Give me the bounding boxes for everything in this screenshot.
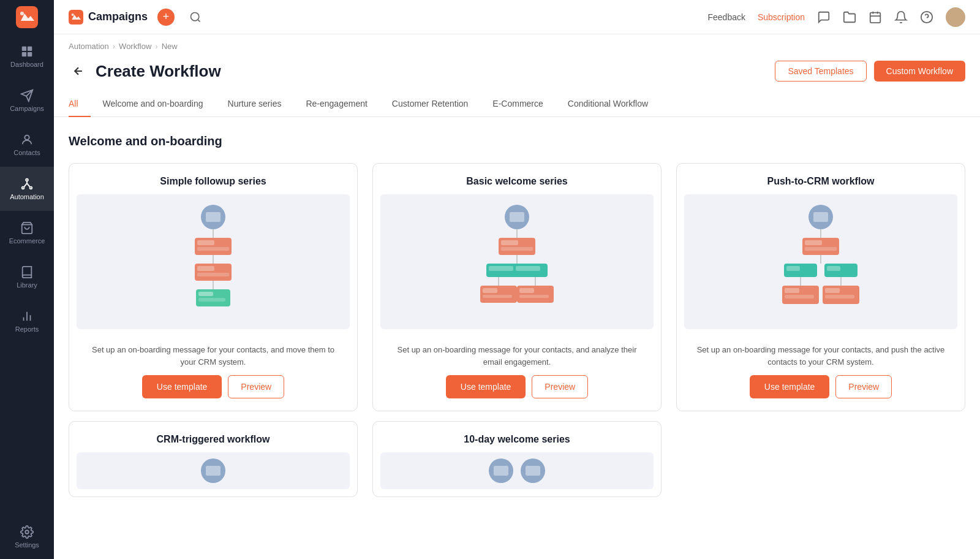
svg-point-13 [72, 13, 74, 16]
preview-button-1[interactable]: Preview [228, 375, 284, 398]
svg-rect-5 [28, 52, 32, 56]
subscription-link[interactable]: Subscription [758, 12, 805, 22]
card-diagram-3 [684, 194, 957, 329]
preview-button-2[interactable]: Preview [532, 375, 588, 398]
svg-rect-15 [870, 12, 881, 22]
folder-icon[interactable] [843, 10, 856, 24]
svg-rect-43 [489, 266, 513, 271]
card-title-1: Simple followup series [69, 164, 357, 187]
template-card-crm-triggered: CRM-triggered workflow [69, 421, 358, 497]
bell-icon[interactable] [894, 10, 908, 24]
templates-grid: Simple followup series [69, 163, 965, 411]
tab-retention[interactable]: Customer Retention [380, 91, 481, 117]
card-diagram-1 [77, 194, 350, 329]
use-template-button-2[interactable]: Use template [446, 375, 526, 398]
card-title-10day: 10-day welcome series [373, 422, 661, 452]
svg-rect-2 [22, 47, 26, 51]
diagram-svg-3 [778, 203, 864, 320]
svg-rect-3 [28, 47, 32, 51]
avatar[interactable] [946, 7, 965, 27]
svg-point-8 [22, 187, 24, 189]
svg-rect-36 [510, 212, 524, 222]
card-desc-2: Set up an on-boarding message for your c… [373, 337, 661, 375]
sidebar-item-library[interactable]: Library [0, 255, 54, 299]
template-card-basic-welcome: Basic welcome series [372, 163, 662, 411]
topbar-right: Feedback Subscription [707, 7, 965, 27]
template-card-10day: 10-day welcome series [372, 421, 662, 497]
diagram-svg-1 [176, 203, 250, 320]
diagram-svg-2 [474, 203, 560, 320]
svg-rect-22 [206, 212, 221, 222]
sidebar-item-campaigns[interactable]: Campaigns [0, 78, 54, 123]
breadcrumb-workflow[interactable]: Workflow [119, 42, 151, 51]
svg-rect-44 [516, 266, 540, 271]
card-title-2: Basic welcome series [373, 164, 661, 187]
sidebar-bottom: Settings [0, 515, 54, 559]
card-desc-3: Set up an on-boarding message for your c… [677, 337, 965, 375]
breadcrumb: Automation › Workflow › New [54, 34, 980, 51]
use-template-button-1[interactable]: Use template [142, 375, 222, 398]
svg-rect-61 [786, 266, 800, 271]
header-actions: Saved Templates Custom Workflow [775, 61, 965, 82]
add-button[interactable]: + [157, 9, 175, 26]
breadcrumb-current: New [162, 42, 178, 51]
tab-nurture[interactable]: Nurture series [216, 91, 294, 117]
help-icon[interactable] [920, 10, 933, 24]
svg-rect-68 [785, 295, 814, 299]
template-card-simple-followup: Simple followup series [69, 163, 358, 411]
svg-rect-34 [198, 298, 225, 302]
logo[interactable] [0, 0, 54, 34]
svg-rect-71 [825, 295, 854, 299]
sidebar-item-reports[interactable]: Reports [0, 299, 54, 343]
messages-icon[interactable] [817, 10, 831, 24]
saved-templates-button[interactable]: Saved Templates [775, 61, 866, 82]
card-actions-3: Use template Preview [677, 375, 965, 411]
tab-reengagement[interactable]: Re-engagement [293, 91, 379, 117]
svg-point-1 [20, 12, 24, 15]
svg-point-11 [25, 530, 29, 534]
sidebar-item-dashboard[interactable]: Dashboard [0, 34, 54, 78]
topbar: Campaigns + Feedback Subscription [54, 0, 980, 34]
svg-point-6 [24, 135, 29, 140]
tab-all[interactable]: All [69, 91, 91, 117]
tab-ecommerce[interactable]: E-Commerce [480, 91, 555, 117]
svg-point-14 [191, 12, 199, 20]
section-welcome: Welcome and on-boarding Simple followup … [54, 117, 980, 421]
sidebar-item-ecommerce[interactable]: Ecommerce [0, 211, 54, 255]
svg-rect-58 [805, 247, 837, 251]
breadcrumb-automation[interactable]: Automation [69, 42, 109, 51]
preview-button-3[interactable]: Preview [835, 375, 892, 398]
content-area: Automation › Workflow › New Create Workf… [54, 34, 980, 559]
sidebar: Dashboard Campaigns Contacts Automation … [0, 0, 54, 559]
bottom-templates-grid: CRM-triggered workflow 10-day welcome se… [54, 421, 980, 512]
card-actions-1: Use template Preview [69, 375, 357, 411]
svg-rect-25 [197, 240, 214, 245]
use-template-button-3[interactable]: Use template [750, 375, 829, 398]
svg-rect-49 [483, 295, 512, 298]
svg-rect-29 [197, 266, 214, 271]
calendar-icon[interactable] [869, 10, 882, 24]
svg-rect-33 [198, 292, 213, 296]
svg-rect-77 [526, 466, 540, 476]
sidebar-item-settings[interactable]: Settings [0, 515, 54, 559]
feedback-link[interactable]: Feedback [707, 12, 745, 22]
svg-rect-40 [501, 247, 533, 251]
svg-rect-54 [813, 212, 828, 222]
tab-welcome[interactable]: Welcome and on-boarding [91, 91, 216, 117]
card-title-crm: CRM-triggered workflow [69, 422, 357, 452]
tab-conditional[interactable]: Conditional Workflow [556, 91, 660, 117]
sidebar-item-contacts[interactable]: Contacts [0, 123, 54, 167]
tabs: All Welcome and on-boarding Nurture seri… [54, 91, 980, 117]
svg-rect-48 [483, 288, 497, 293]
card-title-3: Push-to-CRM workflow [677, 164, 965, 187]
card-diagram-10day [380, 452, 654, 489]
back-button[interactable] [69, 61, 88, 81]
search-icon[interactable] [189, 11, 202, 23]
section-title: Welcome and on-boarding [69, 134, 965, 148]
svg-rect-51 [519, 288, 534, 293]
sidebar-item-automation[interactable]: Automation [0, 167, 54, 211]
custom-workflow-button[interactable]: Custom Workflow [874, 61, 965, 82]
svg-rect-26 [197, 247, 229, 251]
page-header: Create Workflow Saved Templates Custom W… [54, 51, 980, 82]
template-card-push-crm: Push-to-CRM workflow [676, 163, 965, 411]
